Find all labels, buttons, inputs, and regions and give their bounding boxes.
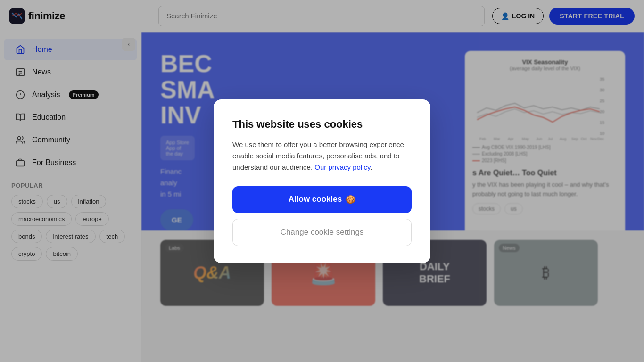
cookie-overlay: This website uses cookies We use them to… <box>0 0 644 362</box>
allow-cookies-button[interactable]: Allow cookies 🍪 <box>232 186 412 213</box>
privacy-policy-link[interactable]: Our privacy policy <box>314 163 370 171</box>
cookie-modal-title: This website uses cookies <box>232 118 412 131</box>
cookie-modal: This website uses cookies We use them to… <box>214 99 430 263</box>
cookie-settings-button[interactable]: Change cookie settings <box>232 219 412 246</box>
cookie-modal-body: We use them to offer you a better browsi… <box>232 139 412 173</box>
